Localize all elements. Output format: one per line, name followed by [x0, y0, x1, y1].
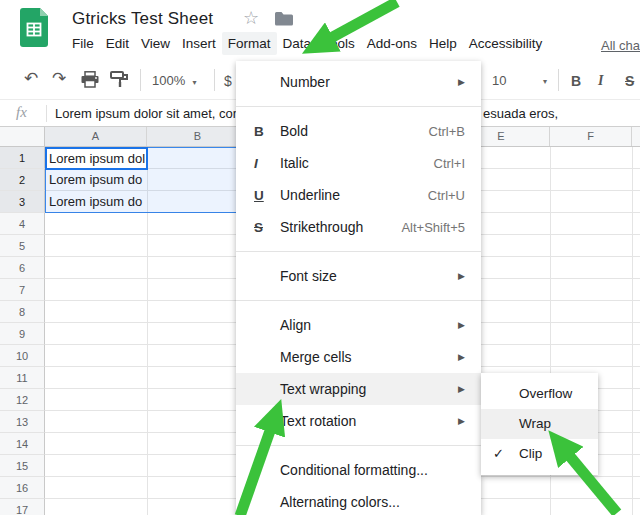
menubar-item-edit[interactable]: Edit: [100, 32, 135, 55]
submenu-caret-icon: ▶: [458, 416, 465, 426]
column-header-f[interactable]: F: [550, 127, 632, 146]
bold-button[interactable]: B: [571, 73, 581, 89]
format-menu-item-italic[interactable]: IItalicCtrl+I: [236, 147, 481, 179]
submenu-item-label: Overflow: [519, 386, 572, 401]
menu-item-label: Text rotation: [280, 413, 458, 429]
cell-a3[interactable]: Lorem ipsum do: [45, 191, 147, 213]
column-header-partial[interactable]: [632, 127, 640, 146]
row-header-6[interactable]: 6: [0, 257, 45, 279]
menubar-item-format[interactable]: Format: [222, 32, 277, 55]
row-header-9[interactable]: 9: [0, 323, 45, 345]
redo-icon[interactable]: ↷: [52, 70, 66, 87]
row-header-14[interactable]: 14: [0, 433, 45, 455]
row-header-17[interactable]: 17: [0, 499, 45, 515]
menubar-item-add-ons[interactable]: Add-ons: [361, 32, 423, 55]
cell-a1-active[interactable]: Lorem ipsum dol: [45, 147, 148, 170]
italic-icon: I: [254, 156, 280, 171]
strikethrough-icon: S: [254, 220, 280, 235]
column-header-a[interactable]: A: [45, 127, 147, 146]
submenu-item-label: Wrap: [519, 416, 551, 431]
row-header-11[interactable]: 11: [0, 367, 45, 389]
menubar-item-accessibility[interactable]: Accessibility: [463, 32, 549, 55]
row-header-10[interactable]: 10: [0, 345, 45, 367]
check-icon: ✓: [493, 439, 504, 469]
format-menu-item-text-rotation[interactable]: Text rotation▶: [236, 405, 481, 437]
row-header-3[interactable]: 3: [0, 191, 45, 213]
row-header-13[interactable]: 13: [0, 411, 45, 433]
save-status-link[interactable]: All cha: [601, 38, 640, 53]
move-folder-icon[interactable]: [274, 11, 294, 26]
row-header-12[interactable]: 12: [0, 389, 45, 411]
format-menu-item-bold[interactable]: BBoldCtrl+B: [236, 115, 481, 147]
format-menu-item-strikethrough[interactable]: SStrikethroughAlt+Shift+5: [236, 211, 481, 243]
menu-divider: [236, 251, 481, 252]
submenu-caret-icon: ▶: [458, 384, 465, 394]
chevron-down-icon: ▾: [192, 78, 196, 87]
formula-bar-divider: [46, 105, 47, 122]
row-header-7[interactable]: 7: [0, 279, 45, 301]
menu-item-label: Strikethrough: [280, 219, 401, 235]
format-menu-item-align[interactable]: Align▶: [236, 309, 481, 341]
format-menu: Number▶BBoldCtrl+BIItalicCtrl+IUUnderlin…: [236, 61, 481, 515]
submenu-item-label: Clip: [519, 446, 542, 461]
chevron-down-icon: ▾: [543, 77, 547, 86]
format-menu-item-number[interactable]: Number▶: [236, 66, 481, 98]
submenu-item-clip[interactable]: ✓Clip: [481, 439, 598, 469]
submenu-item-wrap[interactable]: Wrap: [481, 409, 598, 439]
print-icon[interactable]: [80, 71, 100, 88]
format-menu-item-text-wrapping[interactable]: Text wrapping▶: [236, 373, 481, 405]
row-header-5[interactable]: 5: [0, 235, 45, 257]
row-header-15[interactable]: 15: [0, 455, 45, 477]
submenu-caret-icon: ▶: [458, 320, 465, 330]
formula-value-left: Lorem ipsum dolor sit amet, con: [55, 106, 240, 121]
menu-item-label: Conditional formatting...: [280, 462, 465, 478]
menubar-item-tools[interactable]: Tools: [317, 32, 361, 55]
text-wrapping-submenu: OverflowWrap✓Clip: [481, 373, 598, 475]
menubar-item-view[interactable]: View: [135, 32, 176, 55]
italic-button[interactable]: I: [598, 73, 603, 89]
menubar-item-insert[interactable]: Insert: [176, 32, 222, 55]
format-menu-item-merge-cells[interactable]: Merge cells▶: [236, 341, 481, 373]
menu-item-shortcut: Ctrl+I: [434, 156, 465, 171]
document-title[interactable]: Gtricks Test Sheet: [72, 9, 213, 29]
toolbar-divider: [214, 69, 215, 91]
menu-item-label: Bold: [280, 123, 429, 139]
menubar-item-help[interactable]: Help: [423, 32, 463, 55]
sheets-logo-icon[interactable]: [20, 8, 48, 47]
gridline: [632, 147, 633, 515]
submenu-caret-icon: ▶: [458, 77, 465, 87]
google-sheets-window: Gtricks Test Sheet ☆ FileEditViewInsertF…: [0, 0, 640, 515]
format-menu-item-underline[interactable]: UUnderlineCtrl+U: [236, 179, 481, 211]
toolbar-divider: [140, 69, 141, 91]
menu-item-label: Underline: [280, 187, 428, 203]
format-menu-item-font-size[interactable]: Font size▶: [236, 260, 481, 292]
menu-item-label: Number: [280, 74, 458, 90]
undo-icon[interactable]: ↶: [24, 70, 38, 87]
zoom-select[interactable]: 100% ▾: [152, 73, 197, 88]
menu-item-label: Alternating colors...: [280, 494, 465, 510]
row-header-8[interactable]: 8: [0, 301, 45, 323]
menu-item-shortcut: Alt+Shift+5: [401, 220, 465, 235]
cell-a2[interactable]: Lorem ipsum do: [45, 169, 147, 191]
font-size-select[interactable]: 10: [492, 73, 506, 88]
format-currency-button[interactable]: $: [224, 73, 232, 89]
menu-item-label: Align: [280, 317, 458, 333]
menubar-item-data[interactable]: Data: [277, 32, 318, 55]
row-header-2[interactable]: 2: [0, 169, 45, 191]
format-menu-item-alternating-colors[interactable]: Alternating colors...: [236, 486, 481, 515]
menu-divider: [236, 445, 481, 446]
select-all-corner[interactable]: [0, 127, 45, 147]
column-header-b[interactable]: B: [147, 127, 249, 146]
paint-format-icon[interactable]: [110, 71, 128, 87]
row-header-4[interactable]: 4: [0, 213, 45, 235]
submenu-item-overflow[interactable]: Overflow: [481, 379, 598, 409]
row-header-16[interactable]: 16: [0, 477, 45, 499]
row-header-1[interactable]: 1: [0, 147, 45, 169]
bold-icon: B: [254, 124, 280, 139]
star-icon[interactable]: ☆: [243, 7, 259, 29]
menubar-item-file[interactable]: File: [66, 32, 100, 55]
strikethrough-button[interactable]: S: [625, 73, 634, 89]
format-menu-item-conditional-formatting[interactable]: Conditional formatting...: [236, 454, 481, 486]
toolbar-divider: [558, 69, 559, 91]
menubar: FileEditViewInsertFormatDataToolsAdd-ons…: [66, 32, 548, 55]
